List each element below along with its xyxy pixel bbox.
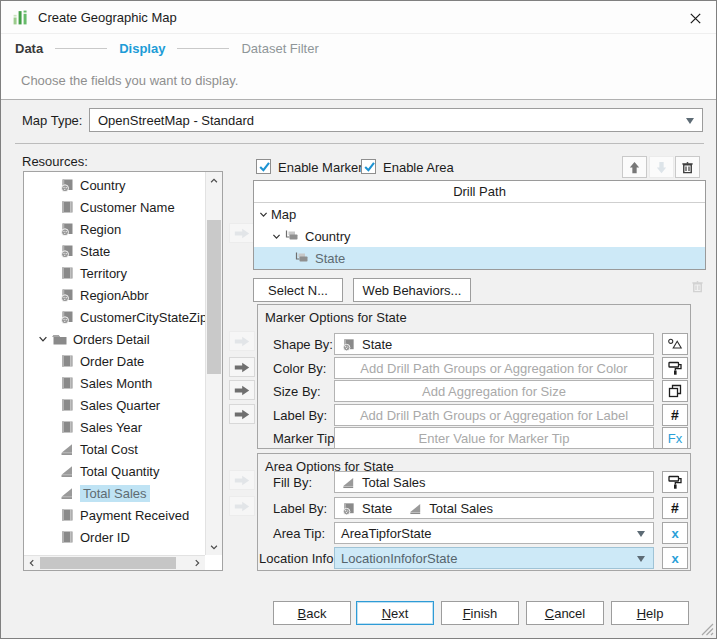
horizontal-scroll-thumb[interactable] [40, 557, 176, 569]
resource-item-region[interactable]: Region [25, 218, 203, 240]
enable-area-checkbox[interactable] [361, 159, 376, 174]
help-button[interactable]: Help [611, 601, 689, 625]
scroll-right-icon[interactable] [189, 556, 205, 570]
resource-item-total-sales[interactable]: Total Sales [25, 482, 203, 504]
resource-item-payment-received[interactable]: Payment Received [25, 504, 203, 526]
vertical-scrollbar[interactable] [205, 172, 222, 555]
enable-marker-checkbox[interactable] [256, 159, 271, 174]
step-data[interactable]: Data [15, 41, 43, 56]
shape-by-button[interactable] [662, 333, 688, 355]
resource-item-order-id[interactable]: Order ID [25, 526, 203, 548]
finish-button[interactable]: Finish [441, 601, 519, 625]
move-up-button[interactable] [622, 156, 647, 178]
size-by-button[interactable] [662, 380, 688, 402]
resource-item-regionabbr[interactable]: RegionAbbr [25, 284, 203, 306]
location-info-field[interactable]: LocationInfoforState [334, 547, 654, 569]
chevron-down-icon [637, 531, 645, 541]
separator [15, 143, 704, 144]
marker-tip-field[interactable]: Enter Value for Marker Tip [334, 427, 654, 449]
titlebar: Create Geographic Map [1, 1, 716, 34]
color-by-field[interactable]: Add Drill Path Groups or Aggregation for… [334, 357, 654, 379]
scroll-down-icon[interactable] [206, 538, 222, 555]
field-chip-total-sales[interactable]: Total Sales [408, 501, 493, 516]
close-icon[interactable] [684, 7, 706, 29]
field-chip-state[interactable]: State [341, 501, 392, 516]
label-by-button[interactable]: # [662, 497, 688, 519]
resource-item-label: Total Cost [80, 442, 138, 457]
drill-path-row-country[interactable]: Country [254, 225, 705, 247]
geo-field-icon [341, 337, 356, 352]
resource-item-sales-year[interactable]: Sales Year [25, 416, 203, 438]
step-dataset-filter[interactable]: Dataset Filter [241, 41, 318, 56]
field-chip-state[interactable]: State [341, 337, 392, 352]
cancel-button[interactable]: Cancel [526, 601, 604, 625]
label-by-button[interactable]: # [662, 404, 688, 426]
back-button[interactable]: Back [273, 601, 351, 625]
resource-item-label: Order Date [80, 354, 144, 369]
color-by-button[interactable] [662, 471, 688, 493]
resource-item-customer-name[interactable]: Customer Name [25, 196, 203, 218]
horizontal-scrollbar[interactable] [24, 555, 205, 570]
clear-button[interactable]: x [662, 547, 688, 569]
color-by-button[interactable] [662, 357, 688, 379]
resource-item-sales-month[interactable]: Sales Month [25, 372, 203, 394]
drill-path-row-state[interactable]: State [254, 247, 705, 269]
next-button[interactable]: Next [356, 601, 434, 625]
resource-item-order-date[interactable]: Order Date [25, 350, 203, 372]
clear-button[interactable]: x [662, 522, 688, 544]
scroll-left-icon[interactable] [24, 556, 40, 570]
drill-path-header: Drill Path [254, 181, 705, 203]
resource-item-label: Total Quantity [80, 464, 160, 479]
transfer-arrow-button-3[interactable] [229, 357, 255, 377]
transfer-arrow-button-4[interactable] [229, 380, 255, 400]
resource-item-customercitystatezip[interactable]: CustomerCityStateZip [25, 306, 203, 328]
resource-item-state[interactable]: State [25, 240, 203, 262]
resource-item-sales-quarter[interactable]: Sales Quarter [25, 394, 203, 416]
drill-path-row-map[interactable]: Map [254, 203, 705, 225]
resource-item-label: Sales Month [80, 376, 152, 391]
field-chips: Total Sales [335, 475, 426, 490]
chip-label: State [362, 337, 392, 352]
resource-item-label: RegionAbbr [80, 288, 149, 303]
step-display[interactable]: Display [119, 41, 165, 56]
size-by-field[interactable]: Add Aggregation for Size [334, 380, 654, 402]
resource-item-label: Region [80, 222, 121, 237]
delete-drill-level-button[interactable] [675, 156, 700, 178]
geo-field-icon [59, 287, 75, 303]
field-chip-total-sales[interactable]: Total Sales [341, 475, 426, 490]
scroll-up-icon[interactable] [206, 172, 222, 189]
resize-grip[interactable] [701, 623, 714, 636]
dropdown-value: LocationInfoforState [335, 551, 457, 566]
transfer-arrow-button-5[interactable] [229, 404, 255, 424]
step-connector [177, 48, 229, 49]
resource-item-total-quantity[interactable]: Total Quantity [25, 460, 203, 482]
drill-path-row-label: Country [305, 229, 351, 244]
field-chips: StateTotal Sales [335, 501, 493, 516]
resource-item-country[interactable]: Country [25, 174, 203, 196]
map-type-select[interactable]: OpenStreetMap - Standard [89, 108, 703, 132]
fx-button[interactable]: Fx [662, 427, 688, 449]
transfer-arrow-button-7 [229, 496, 255, 516]
measure-icon [59, 441, 75, 457]
resource-item-label: CustomerCityStateZip [80, 310, 207, 325]
resource-item-orders-detail[interactable]: Orders Detail [25, 328, 203, 350]
select-n-button[interactable]: Select N... [253, 278, 343, 302]
field-icon [59, 199, 75, 215]
resources-label: Resources: [22, 154, 88, 169]
geo-field-icon [59, 309, 75, 325]
resource-item-territory[interactable]: Territory [25, 262, 203, 284]
resource-item-label: Country [80, 178, 126, 193]
shape-by-field[interactable]: State [334, 333, 654, 355]
scrollbar-corner [205, 555, 222, 570]
fill-by-field[interactable]: Total Sales [334, 471, 654, 493]
field-icon [59, 375, 75, 391]
area-tip-field[interactable]: AreaTipforState [334, 522, 654, 544]
arrow-right-icon [233, 384, 251, 397]
label-by-field[interactable]: StateTotal Sales [334, 497, 654, 519]
resource-item-total-cost[interactable]: Total Cost [25, 438, 203, 460]
arrow-up-icon [627, 160, 642, 175]
resource-item-label: Sales Year [80, 420, 142, 435]
web-behaviors-button[interactable]: Web Behaviors... [353, 278, 471, 302]
vertical-scroll-thumb[interactable] [207, 220, 221, 374]
label-by-field[interactable]: Add Drill Path Groups or Aggregation for… [334, 404, 654, 426]
